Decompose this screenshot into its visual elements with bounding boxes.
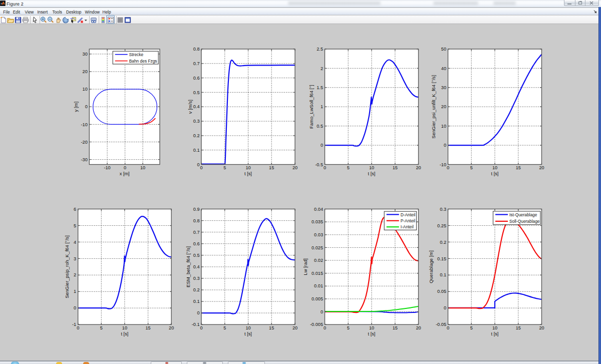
svg-text:30: 30 (83, 52, 88, 57)
svg-text:5: 5 (223, 325, 226, 330)
svg-text:Famo_LwSoll_f64 [°]: Famo_LwSoll_f64 [°] (309, 85, 315, 129)
svg-text:15: 15 (269, 325, 274, 330)
svg-text:v [m/s]: v [m/s] (187, 100, 193, 114)
svg-text:0.3: 0.3 (440, 207, 446, 212)
svg-text:x [m]: x [m] (120, 171, 130, 176)
svg-text:0.5: 0.5 (193, 253, 200, 258)
svg-text:0.8: 0.8 (193, 218, 200, 223)
svg-text:0.3: 0.3 (193, 276, 200, 281)
svg-text:4: 4 (74, 240, 76, 245)
svg-text:20: 20 (416, 165, 421, 170)
svg-text:15: 15 (145, 325, 150, 330)
svg-text:t [s]: t [s] (491, 171, 499, 176)
svg-text:-20: -20 (81, 140, 88, 145)
svg-text:0.015: 0.015 (312, 271, 323, 276)
svg-text:0.05: 0.05 (437, 289, 446, 294)
svg-text:0: 0 (324, 325, 326, 330)
svg-text:20: 20 (539, 325, 544, 330)
svg-text:0: 0 (324, 165, 326, 170)
svg-text:5: 5 (470, 325, 473, 330)
svg-text:1: 1 (74, 289, 76, 294)
svg-text:t [s]: t [s] (491, 331, 499, 336)
svg-text:0.15: 0.15 (437, 256, 446, 261)
svg-text:10: 10 (492, 325, 497, 330)
svg-text:0.2: 0.2 (440, 240, 446, 245)
svg-text:0.7: 0.7 (193, 230, 200, 235)
svg-text:0.1: 0.1 (193, 299, 200, 304)
svg-text:3: 3 (74, 256, 76, 261)
svg-text:0.2: 0.2 (193, 287, 200, 292)
svg-text:10: 10 (245, 165, 250, 170)
svg-text:2: 2 (321, 66, 323, 71)
svg-text:Lw [rad]: Lw [rad] (303, 258, 308, 275)
svg-text:t [s]: t [s] (244, 171, 252, 176)
svg-text:D-Anteil: D-Anteil (401, 212, 416, 217)
svg-text:Querablage [m]: Querablage [m] (428, 250, 434, 283)
svg-text:t [s]: t [s] (121, 331, 128, 336)
svg-text:10: 10 (245, 325, 250, 330)
svg-text:15: 15 (516, 325, 521, 330)
svg-text:-30: -30 (81, 157, 88, 162)
svg-text:10: 10 (140, 165, 145, 170)
svg-text:15: 15 (516, 165, 521, 170)
svg-text:-1: -1 (72, 322, 76, 327)
svg-text:t [s]: t [s] (368, 331, 376, 336)
svg-text:50: 50 (441, 47, 446, 52)
svg-text:t [s]: t [s] (244, 331, 252, 336)
svg-text:5: 5 (223, 165, 226, 170)
svg-text:SenGier_psi_unfilt_K_f64 [°/s]: SenGier_psi_unfilt_K_f64 [°/s] (431, 75, 436, 139)
svg-text:P-Anteil: P-Anteil (401, 218, 415, 223)
svg-text:-10: -10 (440, 162, 446, 167)
svg-text:20: 20 (441, 104, 446, 109)
svg-text:-0.05: -0.05 (436, 322, 446, 327)
svg-text:6: 6 (74, 207, 76, 212)
svg-text:0.6: 0.6 (193, 241, 200, 246)
svg-text:-0.005: -0.005 (310, 322, 323, 327)
svg-text:ESM_beta_f64 [°/s]: ESM_beta_f64 [°/s] (186, 246, 191, 287)
svg-text:5: 5 (74, 223, 76, 228)
svg-text:0: 0 (447, 165, 449, 170)
svg-text:0: 0 (85, 104, 88, 109)
svg-text:0.4: 0.4 (193, 264, 200, 269)
svg-text:15: 15 (393, 165, 398, 170)
svg-text:0: 0 (200, 325, 202, 330)
svg-text:10: 10 (122, 325, 127, 330)
svg-text:5: 5 (347, 325, 350, 330)
svg-text:20: 20 (539, 165, 544, 170)
svg-text:0.2: 0.2 (193, 133, 200, 138)
svg-text:0: 0 (321, 143, 323, 148)
svg-text:15: 15 (393, 325, 398, 330)
svg-text:0: 0 (321, 309, 323, 314)
svg-text:SenGier_psip_roh_K_f64 [°/s]: SenGier_psip_roh_K_f64 [°/s] (65, 235, 70, 298)
svg-text:0: 0 (124, 165, 126, 170)
svg-text:2.5: 2.5 (317, 47, 323, 52)
svg-text:20: 20 (292, 165, 297, 170)
svg-text:0.02: 0.02 (314, 258, 323, 263)
svg-text:20: 20 (416, 325, 421, 330)
svg-text:0.01: 0.01 (314, 283, 323, 288)
svg-text:0.04: 0.04 (314, 207, 323, 212)
svg-text:1.5: 1.5 (317, 85, 323, 90)
svg-text:0.8: 0.8 (193, 47, 200, 52)
svg-text:10: 10 (492, 165, 497, 170)
svg-text:0.035: 0.035 (312, 219, 323, 224)
svg-text:0.5: 0.5 (317, 124, 323, 129)
svg-text:10: 10 (83, 87, 88, 92)
svg-text:0: 0 (197, 162, 199, 167)
svg-text:0.6: 0.6 (193, 76, 200, 81)
svg-text:-0.5: -0.5 (315, 162, 323, 167)
svg-text:Bahn des Fzgs: Bahn des Fzgs (129, 59, 157, 64)
svg-text:40: 40 (441, 66, 446, 71)
svg-text:5: 5 (100, 325, 103, 330)
svg-text:0.3: 0.3 (193, 119, 200, 124)
svg-text:0: 0 (447, 325, 449, 330)
svg-text:0.1: 0.1 (193, 148, 200, 153)
svg-text:Strecke: Strecke (129, 52, 144, 57)
svg-text:t [s]: t [s] (368, 171, 376, 176)
svg-text:5: 5 (347, 165, 350, 170)
svg-text:0: 0 (444, 305, 446, 310)
svg-text:0.25: 0.25 (437, 223, 446, 228)
svg-text:10: 10 (369, 325, 374, 330)
svg-text:5: 5 (470, 165, 473, 170)
svg-text:0: 0 (77, 325, 79, 330)
